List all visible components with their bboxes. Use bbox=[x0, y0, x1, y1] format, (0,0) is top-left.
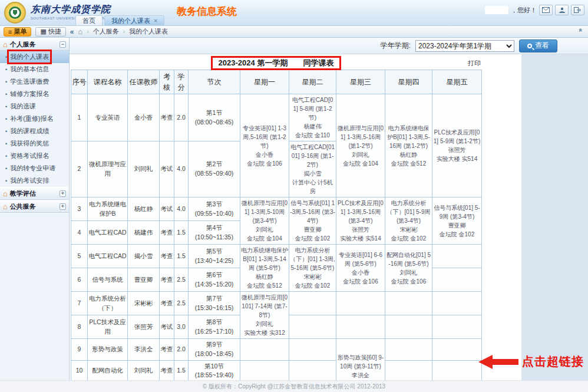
expand-section-icon[interactable]: + bbox=[60, 190, 66, 197]
sidebar-sections: ⌂个人服务−•我的个人课表•我的基本信息•学生选课缴费•辅修方案报名•我的选课•… bbox=[0, 38, 69, 213]
schedule-cell: 7 bbox=[71, 292, 88, 315]
schedule-cell: 考查 bbox=[160, 268, 174, 292]
schedule-cell: 第3节 (09:55~10:40) bbox=[189, 197, 240, 221]
schedule-cell: 考试 bbox=[160, 197, 174, 221]
column-header: 学分 bbox=[174, 70, 189, 94]
schedule-cell: 形势与政策 bbox=[88, 339, 128, 361]
schedule-cell bbox=[432, 339, 482, 361]
schedule-cell bbox=[240, 360, 289, 382]
table-row: 7电力系统分析（下）宋彬彬考查2.5第7节 (15:30~16:15)微机原理与… bbox=[71, 292, 482, 315]
app-header: 东南大学成贤学院 SOUTHEAST UNIVERSITY CHENGXIAN … bbox=[0, 0, 588, 26]
sidebar-item[interactable]: •我的个人课表 bbox=[0, 51, 69, 63]
sidebar-item[interactable]: •学生选课缴费 bbox=[0, 75, 69, 88]
schedule-cell: 2.5 bbox=[174, 268, 189, 292]
schedule-cell: 1.5 bbox=[174, 245, 189, 268]
menu-icon: ≡ bbox=[8, 28, 12, 35]
educational-system-page: 东南大学成贤学院 SOUTHEAST UNIVERSITY CHENGXIAN … bbox=[0, 0, 588, 392]
right-gutter bbox=[521, 54, 588, 392]
schedule-cell: 金小香 bbox=[128, 94, 160, 141]
schedule-cell: 配网自动化[01] 5-16周 (第5-6节) 刘同礼 金坛院 金106 bbox=[385, 245, 432, 292]
schedule-cell bbox=[385, 339, 432, 361]
table-row: 5电气工程CAD揭小雪考查1.5第5节 (13:40~14:25)电力系统继电保… bbox=[71, 245, 482, 268]
schedule-cell: 第7节 (15:30~16:15) bbox=[189, 292, 240, 315]
schedule-cell bbox=[240, 339, 289, 361]
sidebar-item[interactable]: •补考(重修)报名 bbox=[0, 113, 69, 125]
schedule-cell: 张照芳 bbox=[128, 315, 160, 339]
schedule-cell bbox=[385, 315, 432, 339]
semester-select[interactable]: 2023-2024学年第1学期 bbox=[415, 40, 514, 52]
schedule-cell: 微机原理与应用 bbox=[88, 141, 128, 197]
schedule-cell: 考查 bbox=[160, 292, 174, 315]
close-icon[interactable]: × bbox=[154, 18, 157, 24]
schedule-cell: PLC技术及应用[01] 1-3周,5-16周 (第3-4节) 张照芳 实验大楼… bbox=[336, 197, 385, 245]
main-area: ⌂个人服务−•我的个人课表•我的基本信息•学生选课缴费•辅修方案报名•我的选课•… bbox=[0, 38, 588, 392]
schedule-cell: 电力系统分析（下）[01] 5-9周 (第3-4节) 宋彬彬 金坛院 金102 bbox=[385, 197, 432, 245]
schedule-cell: 2 bbox=[71, 141, 88, 197]
column-header: 任课教师 bbox=[128, 70, 160, 94]
schedule-cell: 微机原理与应用[01] 1-3周,5-16周 (第1-2节) 刘同礼 金坛院 金… bbox=[336, 94, 385, 197]
schedule-cell: 杨红静 bbox=[128, 197, 160, 221]
schedule-panel-head: 2023-2024 第一学期 同学课表 打印 bbox=[70, 54, 521, 70]
collapse-sidebar-icon[interactable]: « bbox=[70, 28, 74, 36]
table-row: 9形势与政策李洪全考查2.0第9节 (18:00~18:45)形势与政策[60]… bbox=[71, 339, 482, 361]
schedule-cell: 第1节 (08:00~08:45) bbox=[189, 94, 240, 141]
click-hint-annotation: 点击超链接 bbox=[477, 354, 584, 370]
schedule-cell: 第2节 (08:55~09:40) bbox=[189, 141, 240, 197]
tab-home[interactable]: 首页 bbox=[75, 15, 103, 25]
view-button[interactable]: 查看 bbox=[519, 39, 557, 52]
schedule-cell: 第5节 (13:40~14:25) bbox=[189, 245, 240, 268]
schedule-cell: 1.5 bbox=[174, 360, 189, 382]
sidebar-item[interactable]: •资格考试报名 bbox=[0, 150, 69, 162]
schedule-cell: 第4节 (10:50~11:35) bbox=[189, 221, 240, 245]
schedule-cell: 李洪全 bbox=[128, 339, 160, 361]
schedule-cell: 考查 bbox=[160, 360, 174, 382]
mail-icon[interactable] bbox=[539, 5, 553, 15]
bullet-icon: • bbox=[5, 116, 7, 122]
table-header-row: 序号课程名称任课教师考核学分节次星期一星期二星期三星期四星期五 bbox=[71, 70, 482, 94]
schedule-cell: 考试 bbox=[160, 315, 174, 339]
menu-button[interactable]: ≡ 菜单 bbox=[4, 27, 31, 37]
grid-icon: ▦ bbox=[40, 28, 46, 35]
schedule-cell: 宋彬彬 bbox=[128, 292, 160, 315]
sidebar-item[interactable]: •我获得的奖惩 bbox=[0, 137, 69, 150]
table-row: 3电力系统继电保护B杨红静考试4.0第3节 (09:55~10:40)微机原理与… bbox=[71, 197, 482, 221]
copyright-text: © 版权所有：CopyRight @江苏金智教育信息技术有限公司 2012-20… bbox=[203, 383, 385, 391]
collapse-section-icon[interactable]: − bbox=[60, 41, 66, 48]
sidebar-item[interactable]: •我的课程成绩 bbox=[0, 125, 69, 137]
left-arrow-icon bbox=[477, 354, 520, 370]
home-icon[interactable]: ⌂ bbox=[78, 27, 83, 36]
sidebar-item[interactable]: •我的选课 bbox=[0, 100, 69, 113]
schedule-cell bbox=[289, 292, 336, 315]
user-icon[interactable] bbox=[555, 5, 569, 15]
collapse-up-icon[interactable]: « bbox=[577, 28, 584, 32]
schedule-cell: 信号与系统[01] 5-9周 (第3-4节) 曹亚卿 金坛院 金102 bbox=[432, 197, 482, 245]
schedule-cell: 考查 bbox=[160, 94, 174, 141]
sidebar-item[interactable]: •我的考试安排 bbox=[0, 174, 69, 187]
schedule-cell: 电力系统分析（下） bbox=[88, 292, 128, 315]
logout-icon[interactable] bbox=[571, 5, 584, 15]
breadcrumb-item-personal-service[interactable]: 个人服务 bbox=[93, 27, 119, 36]
main-content: 学年学期: 2023-2024学年第1学期 查看 2023-2024 第一学期 … bbox=[70, 38, 588, 392]
schedule-cell: 第6节 (14:35~15:20) bbox=[189, 268, 240, 292]
column-header: 考核 bbox=[160, 70, 174, 94]
column-header: 课程名称 bbox=[88, 70, 128, 94]
sidebar-item[interactable]: •我的基本信息 bbox=[0, 63, 69, 75]
schedule-cell: 第8节 (16:25~17:10) bbox=[189, 315, 240, 339]
sidebar-section-header[interactable]: ⌂公共服务+ bbox=[0, 200, 69, 213]
quick-button[interactable]: ▦ 快捷 bbox=[35, 27, 65, 37]
schedule-cell: 揭小雪 bbox=[128, 245, 160, 268]
tab-my-schedule[interactable]: 我的个人课表 × bbox=[104, 15, 164, 25]
expand-section-icon[interactable]: + bbox=[60, 203, 66, 210]
schedule-cell: 电力系统继电保护B[01] 1-3周,5-14周 (第5-6节) 杨红静 金坛院… bbox=[240, 245, 289, 292]
sidebar-section-header[interactable]: ⌂教学评估+ bbox=[0, 187, 69, 200]
sidebar-section-header[interactable]: ⌂个人服务− bbox=[0, 38, 69, 51]
schedule-cell: 6 bbox=[71, 268, 88, 292]
schedule-cell: 10 bbox=[71, 360, 88, 382]
schedule-cell: 4 bbox=[71, 221, 88, 245]
sidebar-item[interactable]: •我的转专业申请 bbox=[0, 162, 69, 174]
column-header: 星期五 bbox=[432, 70, 482, 94]
sidebar-item[interactable]: •辅修方案报名 bbox=[0, 88, 69, 100]
breadcrumb-item-my-schedule[interactable]: 我的个人课表 bbox=[129, 27, 168, 36]
click-hint-text: 点击超链接 bbox=[522, 354, 584, 370]
print-link[interactable]: 打印 bbox=[468, 59, 481, 68]
